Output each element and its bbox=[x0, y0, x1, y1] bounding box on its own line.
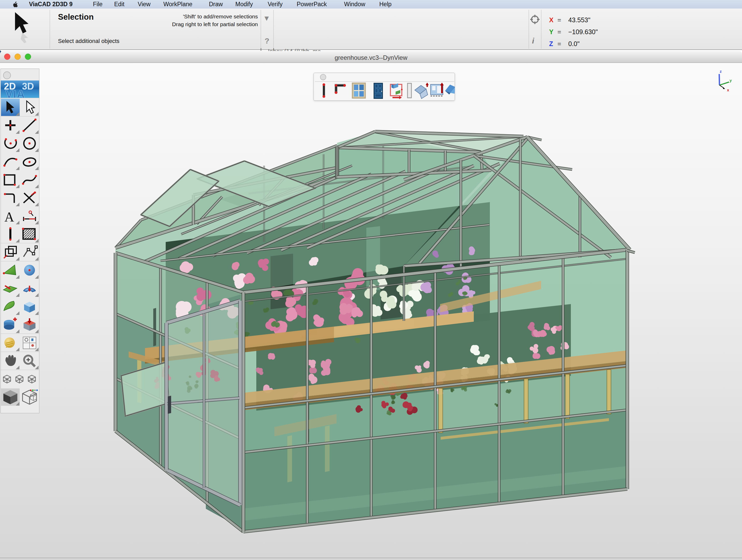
svg-text:VIA: VIA bbox=[5, 88, 25, 98]
svg-text:x: x bbox=[727, 88, 729, 92]
svg-text:z: z bbox=[720, 69, 722, 73]
svg-text:y: y bbox=[730, 78, 732, 82]
svg-text:A: A bbox=[4, 210, 14, 224]
